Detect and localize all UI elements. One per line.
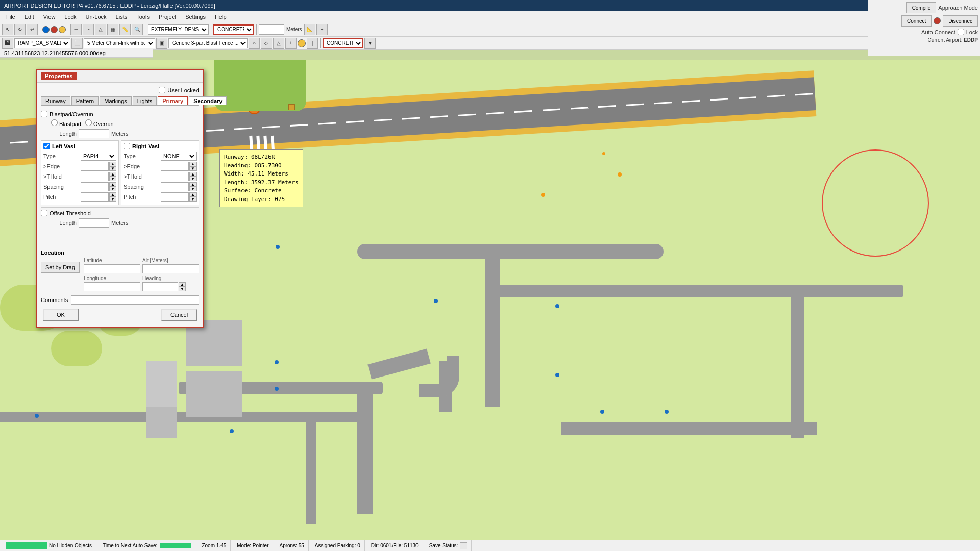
lv-spacing-down[interactable]: ▼: [109, 187, 116, 191]
rv-pitch-wrap: 3.00 ▲ ▼: [161, 192, 197, 202]
poly-tool[interactable]: △: [95, 24, 106, 35]
rv-spacing-down[interactable]: ▼: [189, 187, 197, 191]
latitude-input[interactable]: 51.432362348: [84, 264, 140, 273]
rv-edge-down[interactable]: ▼: [189, 166, 197, 171]
menu-settings[interactable]: Settings: [181, 13, 210, 21]
heading-spin: ▲ ▼: [179, 282, 186, 291]
blastpad-enabled[interactable]: [41, 111, 47, 117]
rv-thold-spin: ▲ ▼: [189, 172, 197, 181]
tab-secondary[interactable]: Secondary: [189, 96, 227, 105]
lv-thold-up[interactable]: ▲: [109, 172, 116, 177]
pointer-tool[interactable]: ↖: [2, 24, 13, 35]
lv-thold-down[interactable]: ▼: [109, 177, 116, 181]
tab-markings[interactable]: Markings: [100, 96, 132, 105]
menu-file[interactable]: File: [2, 13, 19, 21]
size-input[interactable]: 30.48: [259, 24, 284, 35]
auto-connect-checkbox[interactable]: [958, 29, 964, 35]
separator4: [211, 24, 211, 35]
disconnect-button[interactable]: Disconnec: [943, 15, 978, 27]
cross-icon: +: [285, 38, 297, 49]
ramp-select[interactable]: RAMP_GA_SMALL: [14, 38, 70, 48]
blastpad-length-input[interactable]: 0.0: [79, 129, 109, 138]
lv-spacing-input[interactable]: 91.4: [81, 182, 109, 191]
ok-button[interactable]: OK: [43, 309, 79, 321]
menu-lock[interactable]: Lock: [60, 13, 80, 21]
longitude-input[interactable]: 12.241634578: [84, 282, 140, 291]
lv-pitch-up[interactable]: ▲: [109, 192, 116, 197]
elevated-grass: [214, 60, 306, 111]
lv-pitch-down[interactable]: ▼: [109, 197, 116, 202]
lv-edge-input[interactable]: 6.1: [81, 162, 109, 171]
menu-unlock[interactable]: Un-Lock: [82, 13, 111, 21]
rv-pitch-down[interactable]: ▼: [189, 197, 197, 202]
density-select[interactable]: EXTREMELY_DENSE: [148, 24, 209, 35]
set-by-drag-button[interactable]: Set by Drag: [41, 262, 80, 273]
separator1: [40, 24, 40, 35]
left-vasi-checkbox[interactable]: [43, 143, 50, 149]
line-tool[interactable]: ─: [70, 24, 82, 35]
lv-type-select[interactable]: PAPI4: [81, 152, 116, 161]
measure-tool[interactable]: 📏: [119, 24, 131, 35]
connect-button[interactable]: Connect: [901, 15, 932, 27]
compile-button[interactable]: Compile: [906, 2, 937, 13]
color-blue[interactable]: [42, 26, 50, 33]
color-yellow[interactable]: [59, 26, 66, 33]
concrete-select2[interactable]: CONCRETE: [323, 38, 363, 48]
autosave-bar: [160, 543, 191, 548]
approach-mode-label: Approach Mode: [938, 5, 978, 11]
fence-select[interactable]: 5 Meter Chain-link with be...: [84, 38, 155, 48]
overrun-radio[interactable]: [85, 119, 92, 126]
tab-runway[interactable]: Runway: [41, 96, 70, 105]
menu-project[interactable]: Project: [155, 13, 180, 21]
heading-down[interactable]: ▼: [179, 287, 186, 291]
comments-input[interactable]: [71, 295, 199, 305]
right-vasi-checkbox[interactable]: [124, 143, 130, 149]
menu-help[interactable]: Help: [211, 13, 231, 21]
menu-view[interactable]: View: [39, 13, 60, 21]
undo-tool[interactable]: ↩: [27, 24, 38, 35]
alt-input[interactable]: 124.968: [142, 264, 199, 273]
cancel-button[interactable]: Cancel: [161, 309, 197, 321]
concrete-select[interactable]: CONCRETE: [213, 24, 254, 35]
dialog-buttons: OK Cancel: [41, 309, 199, 321]
lv-pitch-input[interactable]: 3.00: [81, 192, 109, 202]
blastpad-radio[interactable]: [51, 119, 58, 126]
rv-thold-down[interactable]: ▼: [189, 177, 197, 181]
tab-pattern[interactable]: Pattern: [71, 96, 99, 105]
color-red[interactable]: [51, 26, 58, 33]
rv-thold-input[interactable]: 1796.2: [161, 172, 189, 181]
lv-edge-down[interactable]: ▼: [109, 166, 116, 171]
ruler-icon[interactable]: 📐: [304, 24, 315, 35]
menu-tools[interactable]: Tools: [132, 13, 154, 21]
rv-edge-up[interactable]: ▲: [189, 162, 197, 166]
color-swatch-yellow[interactable]: [298, 39, 306, 47]
offset-enabled[interactable]: [41, 210, 47, 216]
tab-lights[interactable]: Lights: [133, 96, 157, 105]
fill-tool[interactable]: ▦: [107, 24, 118, 35]
heading-input[interactable]: 85.730003: [142, 282, 178, 291]
lv-edge-up[interactable]: ▲: [109, 162, 116, 166]
node-blue-9: [555, 373, 559, 377]
rotate-tool[interactable]: ↻: [14, 24, 26, 35]
user-locked-checkbox[interactable]: [159, 87, 165, 93]
rv-edge-input[interactable]: -22.6: [161, 162, 189, 171]
add-button[interactable]: +: [316, 24, 328, 35]
offset-length-input[interactable]: 0.0: [79, 218, 109, 228]
blast-select[interactable]: Generic 3-part Blast Fence ...: [168, 38, 248, 48]
rv-spacing-input[interactable]: 100.0: [161, 182, 189, 191]
tab-primary[interactable]: Primary: [158, 96, 188, 105]
lv-spacing-up[interactable]: ▲: [109, 182, 116, 187]
curve-tool[interactable]: ~: [83, 24, 94, 35]
heading-up[interactable]: ▲: [179, 282, 186, 287]
rv-pitch-up[interactable]: ▲: [189, 192, 197, 197]
rv-type-select[interactable]: NONE: [161, 152, 197, 161]
rv-thold-up[interactable]: ▲: [189, 172, 197, 177]
menu-edit[interactable]: Edit: [20, 13, 38, 21]
rv-spacing-up[interactable]: ▲: [189, 182, 197, 187]
tooltip-length: Length: 3592.37 Meters: [224, 179, 299, 187]
lv-thold-input[interactable]: 228.6: [81, 172, 109, 181]
zoom-in-tool[interactable]: 🔍: [132, 24, 143, 35]
rv-pitch-input[interactable]: 3.00: [161, 192, 189, 202]
menu-lists[interactable]: Lists: [112, 13, 132, 21]
dropdown-icon[interactable]: ▼: [364, 38, 376, 49]
